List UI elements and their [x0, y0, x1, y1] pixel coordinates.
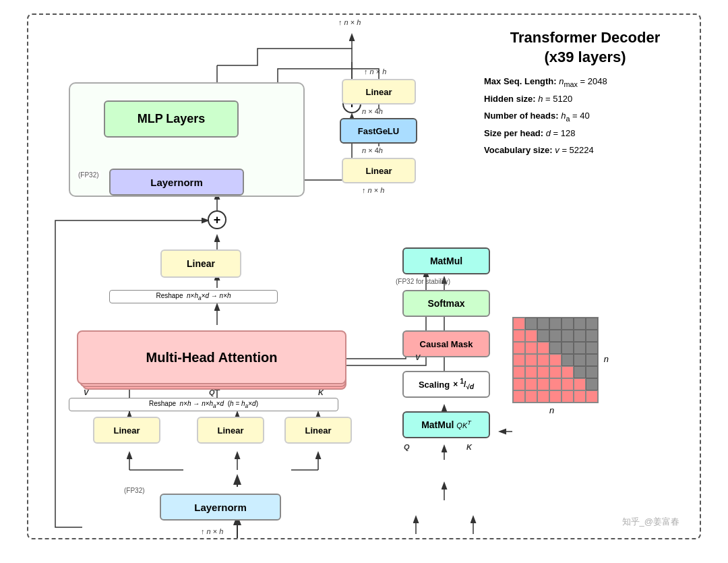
top-layernorm-label: Layernorm: [150, 177, 203, 188]
stat-vocab: Vocabulary size: v = 52224: [484, 142, 686, 159]
mlp-linear-mid-box: Linear: [342, 158, 416, 183]
mlp-nxh-top: ↑ n × h: [364, 67, 386, 76]
scaling-label: Scaling: [419, 380, 450, 390]
top-layernorm-box: Layernorm: [109, 169, 244, 196]
linear-k-box: Linear: [284, 417, 352, 444]
diagram-title: Transformer Decoder (x39 layers): [484, 28, 686, 67]
subtitle-text: (x39 layers): [544, 49, 626, 65]
main-diagram: Transformer Decoder (x39 layers) Max Seq…: [27, 13, 701, 539]
bottom-layernorm-label: Layernorm: [194, 502, 247, 513]
mlp-layers-label: MLP Layers: [138, 112, 206, 126]
mlp-nx4h-mid: n × 4h: [362, 146, 383, 154]
mid-plus-circle: +: [208, 210, 226, 229]
scaling-box: Scaling × 1/√d: [402, 371, 490, 398]
output-dim-label: ↑ n × h: [338, 18, 361, 26]
reshape-top-box: Reshape n×ha×d → n×h: [109, 290, 278, 303]
grid-n-right: n: [604, 354, 609, 364]
linear-k-label: Linear: [305, 425, 331, 436]
matmul-top-label: MatMul: [430, 256, 462, 266]
v-right-label: V: [415, 353, 420, 361]
fp32-bottom-label: (FP32): [123, 487, 146, 494]
mlp-nxh-mid: ↑ n × h: [362, 186, 384, 194]
matmul-bottom-box: MatMul QKT: [402, 411, 490, 438]
bottom-layernorm-box: Layernorm: [160, 494, 281, 521]
k-bottom-label: K: [466, 443, 472, 451]
mlp-nx4h-top: n × 4h: [362, 107, 383, 115]
softmax-label: Softmax: [427, 298, 464, 309]
linear-output-label: Linear: [187, 258, 215, 269]
linear-v-label: Linear: [113, 425, 140, 436]
linear-q-box: Linear: [197, 417, 264, 444]
qkt-label: QKT: [456, 420, 471, 430]
mlp-layers-box: MLP Layers: [104, 100, 239, 138]
linear-q-label: Linear: [217, 425, 243, 436]
linear-output-box: Linear: [160, 249, 241, 278]
softmax-box: Softmax: [402, 290, 490, 317]
stats-list: Max Seq. Length: nmax = 2048 Hidden size…: [484, 73, 686, 158]
reshape-bottom-box: Reshape n×h → n×ha×d (h = ha×d): [69, 398, 338, 411]
stat-hidden: Hidden size: h = 5120: [484, 91, 686, 108]
mlp-linear-top-box: Linear: [342, 79, 416, 105]
matmul-top-box: MatMul: [402, 247, 490, 274]
stat-heads: Number of heads: ha = 40: [484, 108, 686, 125]
mha-label: Multi-Head Attention: [146, 350, 278, 365]
linear-v-box: Linear: [93, 417, 160, 444]
fp32-stability-label: (FP32 for stability): [396, 278, 450, 285]
info-panel: Transformer Decoder (x39 layers) Max Seq…: [484, 28, 686, 159]
mha-box-front: Multi-Head Attention: [77, 330, 346, 384]
fastgelu-box: FastGeLU: [340, 118, 417, 144]
fp32-top-label: (FP32): [77, 171, 100, 179]
causal-mask-label: Causal Mask: [420, 339, 473, 349]
scaling-formula: × 1/√d: [453, 378, 474, 390]
causal-mask-grid: n n: [512, 317, 599, 403]
watermark: 知乎_@姜富春: [622, 516, 679, 528]
q-bottom-label: Q: [404, 443, 410, 451]
matmul-bottom-label: MatMul: [421, 419, 454, 430]
stat-seq-len: Max Seq. Length: nmax = 2048: [484, 73, 686, 91]
fastgelu-label: FastGeLU: [358, 126, 399, 136]
title-text: Transformer Decoder: [510, 29, 661, 46]
input-dim-label: ↑ n × h: [201, 527, 223, 535]
grid-n-bottom: n: [549, 405, 554, 415]
stat-head-size: Size per head: d = 128: [484, 125, 686, 142]
